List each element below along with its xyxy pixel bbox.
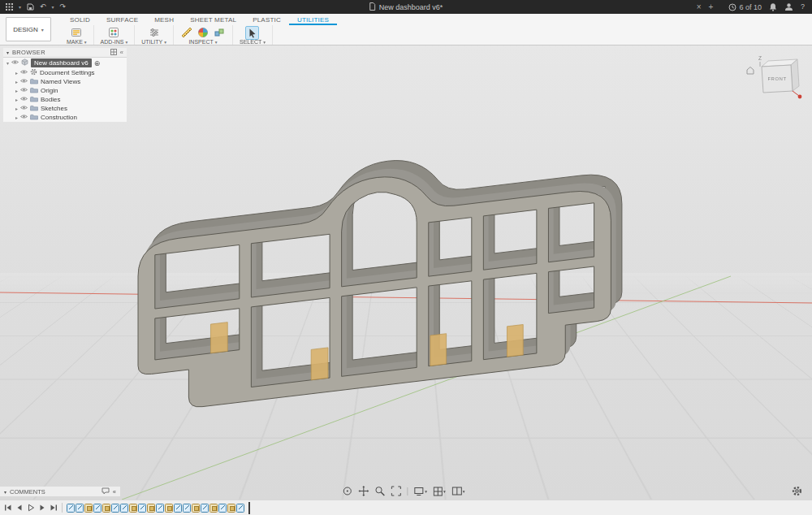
- expand-arrow-icon[interactable]: ▸: [15, 79, 18, 84]
- expand-arrow-icon[interactable]: ▸: [15, 70, 18, 76]
- redo-icon[interactable]: ↷: [60, 3, 67, 11]
- undo-icon[interactable]: ↶: [40, 3, 46, 11]
- grid-snaps-icon[interactable]: ▾: [433, 487, 446, 496]
- visibility-eye-icon[interactable]: [20, 87, 28, 94]
- job-status-text: 6 of 10: [739, 3, 762, 11]
- job-status[interactable]: 6 of 10: [728, 3, 762, 11]
- toolbar-tab[interactable]: SOLID: [62, 14, 98, 25]
- expand-arrow-icon[interactable]: ▸: [15, 88, 18, 93]
- zoom-icon[interactable]: [374, 486, 385, 496]
- display-settings-icon[interactable]: ▾: [413, 487, 427, 496]
- timeline-feature-icon[interactable]: [102, 504, 110, 513]
- timeline-feature-icon[interactable]: [156, 504, 164, 513]
- new-tab-icon[interactable]: +: [709, 3, 714, 11]
- close-tab-icon[interactable]: ×: [697, 3, 702, 11]
- timeline-feature-icon[interactable]: [120, 504, 128, 513]
- toolbar-tab[interactable]: PLASTIC: [244, 14, 289, 25]
- select-menu[interactable]: SELECT ▾: [240, 39, 266, 45]
- timeline-position-marker[interactable]: [248, 502, 250, 514]
- orbit-icon[interactable]: [342, 486, 352, 496]
- browser-item[interactable]: ▸ Construction: [3, 113, 127, 122]
- notifications-bell-icon[interactable]: [769, 2, 777, 11]
- timeline-feature-icon[interactable]: [201, 504, 209, 513]
- browser-item[interactable]: ▸ Named Views: [3, 77, 127, 86]
- inspect-menu[interactable]: INSPECT ▾: [188, 39, 217, 45]
- help-icon[interactable]: ?: [801, 3, 805, 11]
- timeline-feature-icon[interactable]: [227, 504, 235, 513]
- make-menu[interactable]: MAKE ▾: [67, 39, 87, 45]
- user-avatar[interactable]: [784, 2, 793, 11]
- visibility-eye-icon[interactable]: [20, 69, 28, 76]
- visibility-eye-icon[interactable]: [11, 59, 19, 67]
- folder-icon: [30, 105, 38, 113]
- browser-collapse-icon[interactable]: ▾: [6, 50, 9, 55]
- expand-arrow-icon[interactable]: ▸: [15, 97, 18, 102]
- panel-collapse-icon[interactable]: «: [120, 49, 123, 56]
- timeline-feature-icon[interactable]: [192, 504, 200, 513]
- timeline-feature-icon[interactable]: [76, 504, 84, 513]
- timeline-feature-icon[interactable]: [138, 504, 146, 513]
- visibility-eye-icon[interactable]: [20, 78, 28, 85]
- viewports-icon[interactable]: ▾: [451, 487, 465, 496]
- timeline-step-back-icon[interactable]: [15, 500, 24, 515]
- expand-arrow-icon[interactable]: ▾: [6, 60, 9, 66]
- fit-icon[interactable]: [391, 486, 401, 496]
- timeline-feature-icon[interactable]: [67, 504, 75, 513]
- browser-root-label[interactable]: New dashboard v6: [31, 58, 92, 67]
- workspace-design-button[interactable]: DESIGN ▾: [6, 17, 51, 41]
- timeline-feature-icon[interactable]: [84, 504, 93, 513]
- visibility-eye-icon[interactable]: [20, 105, 28, 112]
- expand-arrow-icon[interactable]: ▸: [15, 115, 18, 120]
- section-analysis-icon[interactable]: [197, 26, 209, 39]
- scripts-addins-icon[interactable]: [107, 26, 120, 39]
- undo-caret-icon[interactable]: ▾: [52, 5, 54, 10]
- visibility-eye-icon[interactable]: [20, 114, 28, 121]
- timeline-feature-icon[interactable]: [236, 504, 244, 513]
- comments-panel[interactable]: ▾ COMMENTS «: [0, 487, 120, 496]
- measure-icon[interactable]: [180, 26, 193, 39]
- browser-item[interactable]: ▸ Bodies: [3, 95, 127, 104]
- timeline-feature-icon[interactable]: [183, 504, 191, 513]
- view-cube[interactable]: Z FRONT: [745, 50, 804, 102]
- timeline-feature-icon[interactable]: [93, 504, 102, 513]
- toolbar-tab[interactable]: SURFACE: [98, 14, 146, 25]
- toolbar-tab[interactable]: MESH: [146, 14, 182, 25]
- root-add-icon[interactable]: ⊕: [94, 59, 101, 67]
- timeline-feature-icon[interactable]: [174, 504, 182, 513]
- timeline-feature-icon[interactable]: [129, 504, 137, 513]
- caret-down-icon: ▾: [425, 489, 427, 494]
- make-3d-print-icon[interactable]: [70, 26, 83, 39]
- browser-item[interactable]: ▸ Document Settings: [3, 68, 127, 77]
- preferences-gear-icon[interactable]: [792, 486, 802, 496]
- comments-hide-icon[interactable]: «: [113, 488, 116, 496]
- expand-arrow-icon[interactable]: ▸: [15, 106, 18, 111]
- viewport-canvas[interactable]: ▾ BROWSER « ▾ New dashboard v6 ⊕: [0, 45, 812, 500]
- app-grid-icon[interactable]: [6, 3, 13, 11]
- timeline-play-icon[interactable]: [27, 500, 35, 515]
- timeline-feature-icon[interactable]: [165, 504, 173, 513]
- interference-blocks-icon[interactable]: [213, 26, 226, 39]
- save-icon[interactable]: [27, 3, 34, 11]
- timeline-feature-icon[interactable]: [111, 504, 119, 513]
- parameters-sliders-icon[interactable]: [148, 26, 161, 39]
- toolbar-tab[interactable]: UTILITIES: [289, 14, 337, 25]
- browser-root-item[interactable]: ▾ New dashboard v6 ⊕: [3, 58, 127, 68]
- timeline-feature-icon[interactable]: [147, 504, 155, 513]
- timeline-go-start-icon[interactable]: [4, 500, 12, 515]
- select-cursor-icon[interactable]: [245, 26, 259, 40]
- browser-item[interactable]: ▸ Sketches: [3, 104, 127, 113]
- comment-bubble-icon[interactable]: [102, 487, 110, 496]
- addins-menu[interactable]: ADD-INS ▾: [101, 39, 128, 45]
- utility-menu[interactable]: UTILITY ▾: [141, 39, 166, 45]
- file-menu-caret-icon[interactable]: ▾: [19, 5, 21, 10]
- browser-item[interactable]: ▸ Origin: [3, 86, 127, 95]
- pan-icon[interactable]: [358, 486, 369, 496]
- timeline-go-end-icon[interactable]: [50, 500, 58, 515]
- browser-display-icon[interactable]: [110, 49, 117, 57]
- comments-collapse-icon[interactable]: ▾: [4, 489, 6, 495]
- timeline-feature-icon[interactable]: [209, 504, 218, 513]
- timeline-step-forward-icon[interactable]: [38, 500, 46, 515]
- visibility-eye-icon[interactable]: [20, 96, 28, 103]
- toolbar-tab[interactable]: SHEET METAL: [182, 14, 244, 25]
- timeline-feature-icon[interactable]: [218, 504, 227, 513]
